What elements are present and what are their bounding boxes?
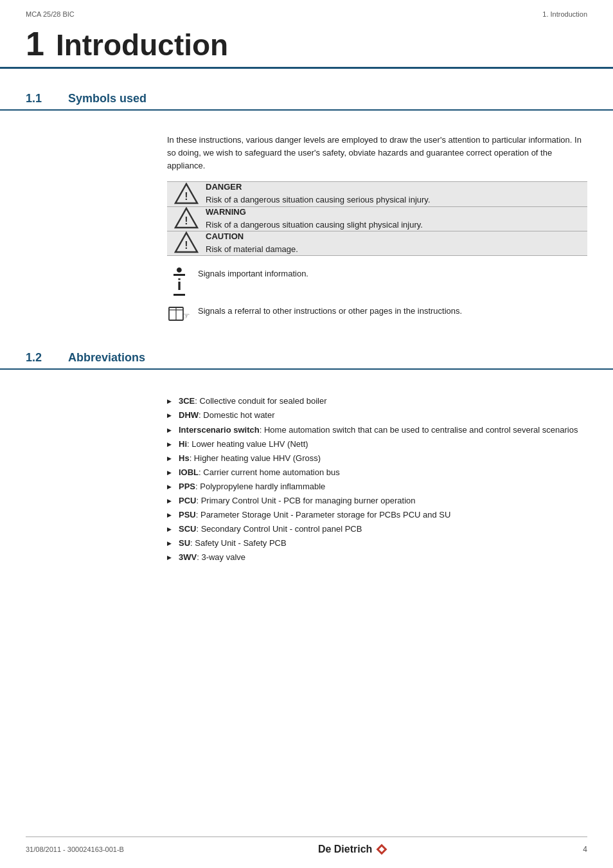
- abbrev-item-pps: PPS: Polypropylene hardly inflammable: [167, 480, 587, 494]
- chapter-number: 1: [26, 27, 44, 60]
- abbrev-item-psu: PSU: Parameter Storage Unit - Parameter …: [167, 508, 587, 522]
- brand-diamond-icon: [375, 842, 389, 856]
- page-header: MCA 25/28 BIC 1. Introduction: [0, 0, 613, 21]
- section-1-1-title: Symbols used: [68, 92, 147, 105]
- info-dot: ●: [176, 265, 183, 274]
- caution-icon-cell: !: [167, 231, 206, 255]
- abbrev-item-su: SU: Safety Unit - Safety PCB: [167, 536, 587, 550]
- warning-icon-cell: !: [167, 206, 206, 231]
- caution-triangle-icon: !: [174, 231, 199, 253]
- referral-icon: ☞: [167, 305, 191, 323]
- abbrev-item-iobl: IOBL: Carrier current home automation bu…: [167, 466, 587, 480]
- page: MCA 25/28 BIC 1. Introduction 1 Introduc…: [0, 0, 613, 868]
- symbols-content: In these instructions, various danger le…: [0, 122, 613, 296]
- abbrev-item-hi: Hi: Lower heating value LHV (Nett): [167, 437, 587, 451]
- chapter-title: 1 Introduction: [26, 27, 587, 67]
- chapter-title-area: 1 Introduction: [0, 21, 613, 69]
- info-icon: ● i: [167, 265, 191, 296]
- abbrev-item-3wv: 3WV: 3-way valve: [167, 550, 587, 565]
- page-footer: 31/08/2011 - 300024163-001-B De Dietrich…: [26, 836, 587, 856]
- abbrev-item-scu: SCU: Secondary Control Unit - control pa…: [167, 522, 587, 536]
- footer-date: 31/08/2011 - 300024163-001-B: [26, 845, 124, 853]
- abbrev-item-3ce: 3CE: Collective conduit for sealed boile…: [167, 394, 587, 408]
- section-1-1-number: 1.1: [26, 92, 58, 105]
- brand-name: De Dietrich: [318, 842, 389, 856]
- caution-row: ! CAUTION Risk of material damage.: [167, 231, 587, 255]
- danger-label: DANGER: [206, 182, 587, 192]
- abbrev-item-pcu: PCU: Primary Control Unit - PCB for mana…: [167, 494, 587, 508]
- warning-desc: Risk of a dangerous situation causing sl…: [206, 219, 587, 231]
- abbrev-item-interscenario: Interscenario switch: Home automation sw…: [167, 423, 587, 437]
- caution-label: CAUTION: [206, 231, 587, 241]
- svg-text:!: !: [184, 240, 188, 251]
- chapter-name: Introduction: [56, 30, 228, 60]
- svg-text:!: !: [184, 215, 188, 226]
- section-1-1-heading: 1.1 Symbols used: [0, 80, 613, 111]
- info-symbol-row: ● i Signals important information.: [167, 265, 587, 296]
- abbreviations-content: 3CE: Collective conduit for sealed boile…: [0, 381, 613, 565]
- referral-row: ☞ Signals a referral to other instructio…: [0, 305, 613, 323]
- danger-triangle-icon: !: [174, 183, 199, 204]
- abbrev-item-dhw: DHW: Domestic hot water: [167, 408, 587, 422]
- footer-page-number: 4: [583, 845, 587, 854]
- caution-desc: Risk of material damage.: [206, 244, 587, 255]
- abbreviations-list: 3CE: Collective conduit for sealed boile…: [167, 394, 587, 565]
- warning-row: ! WARNING Risk of a dangerous situation …: [167, 206, 587, 231]
- symbol-table: ! DANGER Risk of a dangerous situation c…: [167, 181, 587, 256]
- section-1-2-title: Abbreviations: [68, 351, 145, 365]
- caution-text-cell: CAUTION Risk of material damage.: [206, 231, 587, 255]
- info-letter: i: [173, 274, 186, 296]
- abbrev-item-hs: Hs: Higher heating value HHV (Gross): [167, 451, 587, 466]
- warning-triangle-icon: !: [174, 207, 199, 229]
- header-left: MCA 25/28 BIC: [26, 10, 75, 18]
- danger-text-cell: DANGER Risk of a dangerous situation cau…: [206, 182, 587, 206]
- warning-text-cell: WARNING Risk of a dangerous situation ca…: [206, 206, 587, 231]
- info-text: Signals important information.: [198, 265, 308, 280]
- intro-paragraph: In these instructions, various danger le…: [167, 134, 587, 172]
- header-right: 1. Introduction: [542, 10, 587, 18]
- referral-text: Signals a referral to other instructions…: [198, 305, 462, 318]
- svg-text:!: !: [184, 191, 188, 202]
- danger-row: ! DANGER Risk of a dangerous situation c…: [167, 182, 587, 206]
- danger-desc: Risk of a dangerous situation causing se…: [206, 194, 587, 206]
- danger-icon-cell: !: [167, 182, 206, 206]
- warning-label: WARNING: [206, 207, 587, 217]
- svg-text:☞: ☞: [182, 311, 190, 321]
- footer-brand-area: De Dietrich: [318, 842, 389, 856]
- section-1-2-number: 1.2: [26, 351, 58, 365]
- section-1-2-heading: 1.2 Abbreviations: [0, 339, 613, 370]
